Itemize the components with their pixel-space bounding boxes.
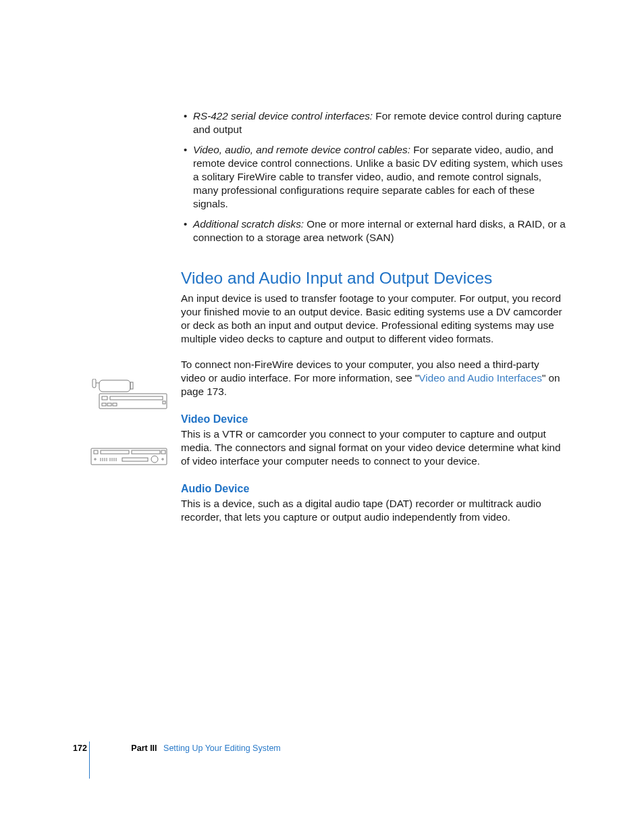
section-heading: Video and Audio Input and Output Devices [181, 269, 566, 288]
list-item: Additional scratch disks: One or more in… [193, 217, 566, 244]
svg-rect-0 [99, 380, 130, 392]
audio-device-icon [90, 447, 169, 470]
svg-rect-25 [122, 458, 148, 461]
svg-rect-8 [102, 403, 106, 406]
svg-rect-6 [110, 396, 163, 400]
bullet-list: RS-422 serial device control interfaces:… [181, 109, 566, 244]
svg-rect-12 [94, 450, 98, 454]
page-footer: 172 Part III Setting Up Your Editing Sys… [73, 744, 281, 753]
footer-part: Part III [131, 744, 157, 753]
svg-rect-5 [102, 396, 107, 400]
svg-rect-1 [92, 379, 96, 388]
svg-point-26 [151, 456, 158, 463]
intro-paragraph: An input device is used to transfer foot… [181, 292, 566, 346]
video-device-heading: Video Device [181, 413, 566, 425]
svg-rect-14 [132, 450, 160, 454]
list-item: RS-422 serial device control interfaces:… [193, 109, 566, 136]
footer-title: Setting Up Your Editing System [163, 744, 281, 753]
bullet-term: RS-422 serial device control interfaces: [193, 110, 373, 122]
video-device-body: This is a VTR or camcorder you connect t… [181, 427, 566, 468]
bullet-term: Additional scratch disks: [193, 218, 304, 230]
camcorder-vtr-icon [90, 379, 169, 414]
svg-rect-7 [163, 401, 165, 404]
page-number: 172 [73, 744, 87, 753]
cross-reference-link[interactable]: Video and Audio Interfaces [419, 372, 542, 384]
page: RS-422 serial device control interfaces:… [0, 0, 644, 834]
audio-device-body: This is a device, such as a digital audi… [181, 497, 566, 524]
svg-rect-10 [113, 403, 117, 406]
svg-rect-15 [161, 450, 165, 454]
audio-device-heading: Audio Device [181, 483, 566, 495]
content-column: RS-422 serial device control interfaces:… [181, 109, 566, 529]
connect-paragraph: To connect non-FireWire devices to your … [181, 358, 566, 398]
bullet-term: Video, audio, and remote device control … [193, 144, 410, 155]
svg-rect-4 [99, 394, 167, 409]
svg-rect-13 [101, 450, 129, 454]
svg-point-27 [162, 459, 163, 460]
svg-rect-9 [107, 403, 111, 406]
svg-rect-3 [130, 382, 133, 389]
svg-point-16 [95, 459, 96, 460]
list-item: Video, audio, and remote device control … [193, 143, 566, 211]
